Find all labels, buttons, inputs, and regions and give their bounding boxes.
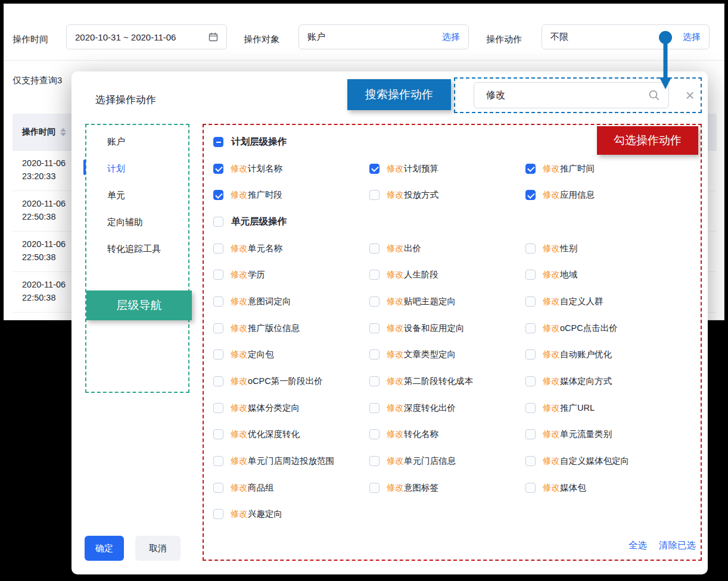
checkbox[interactable]	[369, 456, 379, 466]
modal-nav-list: 账户计划单元定向辅助转化追踪工具	[85, 129, 189, 263]
sort-icon[interactable]	[60, 128, 66, 136]
checkbox[interactable]	[213, 403, 223, 413]
action-checkbox-item[interactable]: 修改投放方式	[369, 189, 525, 201]
action-checkbox-item[interactable]: 修改推广时间	[525, 163, 682, 174]
checkbox[interactable]	[525, 296, 536, 307]
checkbox[interactable]	[369, 403, 379, 413]
checkbox[interactable]	[213, 190, 223, 200]
checkbox[interactable]	[213, 349, 223, 360]
action-checkbox-item[interactable]: 修改推广时段	[213, 189, 369, 201]
action-checkbox-item[interactable]: 修改性别	[525, 243, 682, 254]
checkbox[interactable]	[213, 429, 223, 439]
select-all-link[interactable]: 全选	[629, 539, 647, 552]
checkbox[interactable]	[213, 509, 223, 519]
date-range-picker[interactable]: 2020-10-31 ~ 2020-11-06	[66, 24, 227, 49]
nav-item[interactable]: 账户	[85, 129, 189, 155]
checkbox[interactable]	[525, 349, 536, 360]
checkbox[interactable]	[525, 243, 536, 254]
object-select-box[interactable]: 账户 选择	[298, 24, 469, 49]
action-select-link[interactable]: 选择	[683, 32, 701, 43]
section-checkbox[interactable]	[213, 217, 223, 227]
action-checkbox-item[interactable]: 修改计划预算	[369, 163, 525, 174]
checkbox[interactable]	[369, 483, 379, 493]
clear-selected-link[interactable]: 清除已选	[659, 539, 696, 552]
action-checkbox-item[interactable]: 修改自动账户优化	[525, 349, 682, 360]
checkbox[interactable]	[525, 323, 536, 333]
nav-item[interactable]: 转化追踪工具	[85, 236, 189, 263]
action-checkbox-item[interactable]: 修改自定义人群	[525, 296, 682, 307]
confirm-button[interactable]: 确定	[85, 536, 124, 561]
action-checkbox-item[interactable]: 修改媒体分类定向	[213, 402, 369, 414]
cancel-button[interactable]: 取消	[135, 536, 181, 561]
section-checkbox[interactable]	[213, 137, 223, 147]
checkbox[interactable]	[525, 376, 536, 386]
section-label: 单元层级操作	[231, 215, 287, 228]
checkbox[interactable]	[525, 429, 536, 439]
checkbox[interactable]	[213, 483, 223, 493]
checkbox[interactable]	[369, 270, 379, 280]
checkbox[interactable]	[369, 190, 379, 200]
checkbox[interactable]	[213, 243, 223, 254]
object-select-link[interactable]: 选择	[442, 32, 460, 43]
action-checkbox-item[interactable]: 修改oCPC第一阶段出价	[213, 376, 369, 387]
checkbox[interactable]	[525, 164, 536, 174]
checkbox[interactable]	[213, 164, 223, 174]
nav-callout-badge: 层级导航	[86, 290, 192, 320]
section-header[interactable]: 计划层级操作	[213, 136, 287, 148]
action-checkbox-item[interactable]: 修改人生阶段	[369, 269, 525, 280]
nav-item[interactable]: 定向辅助	[85, 209, 189, 236]
action-checkbox-item[interactable]: 修改地域	[525, 269, 682, 280]
checkbox[interactable]	[369, 349, 379, 360]
checkbox[interactable]	[213, 376, 223, 386]
checkbox[interactable]	[525, 456, 536, 466]
checkbox[interactable]	[369, 243, 379, 254]
checkbox[interactable]	[525, 190, 536, 200]
action-select-box[interactable]: 不限 选择	[542, 24, 710, 49]
action-checkbox-item[interactable]: 修改兴趣定向	[213, 508, 369, 520]
action-checkbox-item[interactable]: 修改深度转化出价	[369, 402, 525, 414]
action-checkbox-item[interactable]: 修改学历	[213, 269, 369, 280]
action-checkbox-item[interactable]: 修改推广URL	[525, 402, 682, 414]
action-checkbox-item[interactable]: 修改oCPC点击出价	[525, 323, 682, 334]
action-checkbox-item[interactable]: 修改商品组	[213, 482, 369, 493]
action-checkbox-item[interactable]: 修改应用信息	[525, 189, 682, 201]
action-checkbox-item[interactable]: 修改单元门店信息	[369, 455, 525, 467]
checkbox[interactable]	[369, 164, 379, 174]
search-match-highlight: 修改	[231, 483, 248, 492]
section-header[interactable]: 单元层级操作	[213, 215, 287, 228]
action-checkbox-item[interactable]: 修改意图词定向	[213, 296, 369, 307]
checkbox[interactable]	[213, 323, 223, 333]
nav-item[interactable]: 计划	[85, 155, 189, 182]
action-checkbox-item[interactable]: 修改单元门店周边投放范围	[213, 455, 369, 467]
checkbox[interactable]	[213, 456, 223, 466]
checkbox[interactable]	[369, 323, 379, 333]
checkbox[interactable]	[213, 296, 223, 307]
action-checkbox-item[interactable]: 修改媒体定向方式	[525, 376, 682, 387]
action-checkbox-item[interactable]: 修改优化深度转化	[213, 429, 369, 440]
action-checkbox-item[interactable]: 修改计划名称	[213, 163, 369, 174]
checkbox[interactable]	[525, 483, 536, 493]
action-checkbox-item[interactable]: 修改定向包	[213, 349, 369, 360]
checkbox[interactable]	[369, 376, 379, 386]
action-checkbox-item[interactable]: 修改贴吧主题定向	[369, 296, 525, 307]
action-checkbox-item[interactable]: 修改媒体包	[525, 482, 682, 493]
checkbox[interactable]	[369, 429, 379, 439]
action-checkbox-item[interactable]: 修改第二阶段转化成本	[369, 376, 525, 387]
action-checkbox-item[interactable]: 修改出价	[369, 243, 525, 254]
checkbox[interactable]	[525, 403, 536, 413]
checkbox[interactable]	[369, 296, 379, 307]
action-checkbox-item[interactable]: 修改单元名称	[213, 243, 369, 254]
action-label: 修改优化深度转化	[231, 429, 300, 440]
action-checkbox-item[interactable]: 修改单元流量类别	[525, 429, 682, 440]
action-checkbox-item[interactable]: 修改推广版位信息	[213, 323, 369, 334]
action-checkbox-item[interactable]: 修改设备和应用定向	[369, 323, 525, 334]
action-checkbox-item[interactable]: 修改自定义媒体包定向	[525, 455, 682, 467]
items-row: 修改推广时段修改投放方式修改应用信息	[213, 182, 690, 208]
nav-item[interactable]: 单元	[85, 182, 189, 209]
checkbox[interactable]	[525, 270, 536, 280]
search-match-highlight: 修改	[231, 243, 248, 253]
action-checkbox-item[interactable]: 修改意图标签	[369, 482, 525, 493]
checkbox[interactable]	[213, 270, 223, 280]
action-checkbox-item[interactable]: 修改文章类型定向	[369, 349, 525, 360]
action-checkbox-item[interactable]: 修改转化名称	[369, 429, 525, 440]
